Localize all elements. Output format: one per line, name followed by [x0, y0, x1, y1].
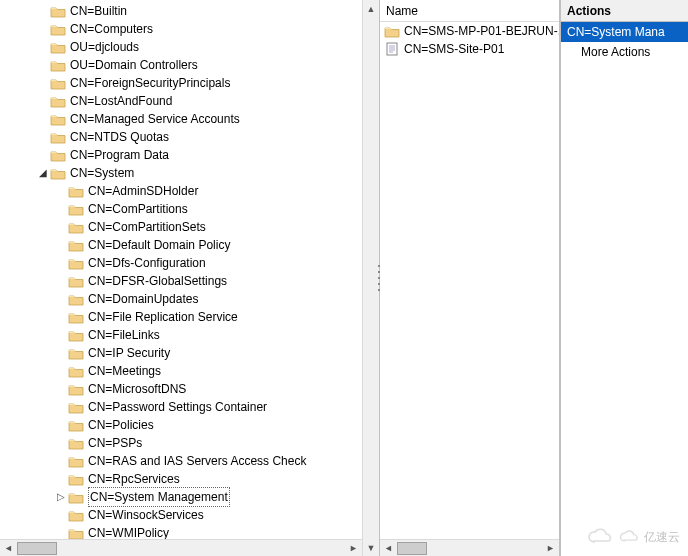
folder-icon: [68, 328, 84, 342]
tree-item-label: CN=System: [70, 164, 134, 182]
folder-icon: [50, 22, 66, 36]
tree-item[interactable]: CN=Password Settings Container: [0, 398, 379, 416]
collapse-toggle-icon[interactable]: ◢: [36, 164, 50, 182]
tree-item-label: CN=PSPs: [88, 434, 142, 452]
actions-title-label: Actions: [567, 4, 611, 18]
scroll-right-icon[interactable]: ►: [542, 540, 559, 557]
tree-item-label: CN=Meetings: [88, 362, 161, 380]
actions-pane: Actions CN=System Mana More Actions: [560, 0, 688, 556]
tree-item[interactable]: CN=WMIPolicy: [0, 524, 379, 539]
tree-item-label: CN=LostAndFound: [70, 92, 172, 110]
folder-icon: [68, 202, 84, 216]
tree-item-label: CN=Builtin: [70, 2, 127, 20]
tree-item[interactable]: CN=Computers: [0, 20, 379, 38]
tree-item[interactable]: CN=MicrosoftDNS: [0, 380, 379, 398]
detail-horizontal-scrollbar[interactable]: ◄ ►: [380, 539, 559, 556]
folder-icon: [50, 112, 66, 126]
tree-item-label: CN=Program Data: [70, 146, 169, 164]
tree-item-label: CN=System Management: [88, 487, 230, 507]
scroll-down-icon[interactable]: ▼: [363, 539, 380, 556]
folder-icon: [50, 148, 66, 162]
tree-item[interactable]: CN=Program Data: [0, 146, 379, 164]
column-header-name[interactable]: Name: [380, 0, 559, 22]
folder-icon: [68, 436, 84, 450]
tree-item-label: CN=RpcServices: [88, 470, 180, 488]
tree-item-label: CN=FileLinks: [88, 326, 160, 344]
folder-icon: [68, 274, 84, 288]
tree-item-label: CN=ForeignSecurityPrincipals: [70, 74, 230, 92]
tree-item-label: CN=Computers: [70, 20, 153, 38]
tree-item-label: CN=WinsockServices: [88, 506, 204, 524]
folder-icon: [68, 256, 84, 270]
list-item-label: CN=SMS-Site-P01: [404, 42, 504, 56]
folder-icon: [68, 472, 84, 486]
expand-toggle-icon[interactable]: ▷: [54, 488, 68, 506]
tree-item[interactable]: CN=LostAndFound: [0, 92, 379, 110]
tree-item[interactable]: CN=IP Security: [0, 344, 379, 362]
tree-item-label: CN=Dfs-Configuration: [88, 254, 206, 272]
tree-item[interactable]: CN=ForeignSecurityPrincipals: [0, 74, 379, 92]
svg-rect-0: [387, 43, 397, 55]
scroll-thumb[interactable]: [17, 542, 57, 555]
tree-item[interactable]: CN=Policies: [0, 416, 379, 434]
actions-context-bar[interactable]: CN=System Mana: [561, 22, 688, 42]
tree-item[interactable]: CN=RpcServices: [0, 470, 379, 488]
list-item[interactable]: CN=SMS-MP-P01-BEJRUN-...: [380, 22, 559, 40]
tree-item[interactable]: OU=Domain Controllers: [0, 56, 379, 74]
folder-icon: [68, 454, 84, 468]
tree-item[interactable]: ◢CN=System: [0, 164, 379, 182]
tree-item[interactable]: CN=FileLinks: [0, 326, 379, 344]
tree-item[interactable]: CN=ComPartitionSets: [0, 218, 379, 236]
tree-item[interactable]: CN=Dfs-Configuration: [0, 254, 379, 272]
scroll-up-icon[interactable]: ▲: [363, 0, 380, 17]
scroll-left-icon[interactable]: ◄: [0, 540, 17, 557]
tree-item[interactable]: CN=NTDS Quotas: [0, 128, 379, 146]
tree-item[interactable]: CN=PSPs: [0, 434, 379, 452]
folder-icon: [68, 526, 84, 539]
folder-icon: [68, 418, 84, 432]
tree-item-label: CN=IP Security: [88, 344, 170, 362]
folder-icon: [68, 220, 84, 234]
folder-icon: [50, 130, 66, 144]
tree-item[interactable]: CN=File Replication Service: [0, 308, 379, 326]
tree-item[interactable]: CN=Meetings: [0, 362, 379, 380]
tree-view[interactable]: CN=BuiltinCN=ComputersOU=djcloudsOU=Doma…: [0, 0, 379, 539]
tree-item-label: CN=RAS and IAS Servers Access Check: [88, 452, 306, 470]
tree-item-label: CN=MicrosoftDNS: [88, 380, 186, 398]
tree-item-label: CN=DFSR-GlobalSettings: [88, 272, 227, 290]
tree-item-label: CN=DomainUpdates: [88, 290, 198, 308]
folder-icon: [68, 400, 84, 414]
tree-item[interactable]: CN=AdminSDHolder: [0, 182, 379, 200]
tree-item-label: CN=Policies: [88, 416, 154, 434]
tree-item[interactable]: CN=RAS and IAS Servers Access Check: [0, 452, 379, 470]
scroll-thumb[interactable]: [397, 542, 427, 555]
horizontal-scrollbar[interactable]: ◄ ► ⋮⋮: [0, 539, 379, 556]
folder-icon: [50, 40, 66, 54]
document-icon: [384, 41, 400, 57]
detail-pane: Name CN=SMS-MP-P01-BEJRUN-...CN=SMS-Site…: [380, 0, 560, 556]
folder-icon: [68, 508, 84, 522]
tree-item-label: CN=File Replication Service: [88, 308, 238, 326]
scroll-left-icon[interactable]: ◄: [380, 540, 397, 557]
tree-item-label: CN=Password Settings Container: [88, 398, 267, 416]
tree-item[interactable]: CN=Builtin: [0, 2, 379, 20]
tree-item[interactable]: OU=djclouds: [0, 38, 379, 56]
list-item[interactable]: CN=SMS-Site-P01: [380, 40, 559, 58]
tree-item[interactable]: CN=Managed Service Accounts: [0, 110, 379, 128]
tree-pane: CN=BuiltinCN=ComputersOU=djcloudsOU=Doma…: [0, 0, 380, 556]
folder-icon: [50, 94, 66, 108]
actions-header: Actions: [561, 0, 688, 22]
folder-icon: [68, 292, 84, 306]
tree-item[interactable]: CN=ComPartitions: [0, 200, 379, 218]
tree-item[interactable]: CN=WinsockServices: [0, 506, 379, 524]
tree-item[interactable]: CN=DomainUpdates: [0, 290, 379, 308]
folder-icon: [50, 4, 66, 18]
tree-item[interactable]: CN=DFSR-GlobalSettings: [0, 272, 379, 290]
folder-icon: [68, 490, 84, 504]
tree-item-label: CN=ComPartitionSets: [88, 218, 206, 236]
tree-item[interactable]: ▷CN=System Management: [0, 488, 379, 506]
tree-item[interactable]: CN=Default Domain Policy: [0, 236, 379, 254]
detail-list[interactable]: CN=SMS-MP-P01-BEJRUN-...CN=SMS-Site-P01: [380, 22, 559, 539]
more-actions-item[interactable]: More Actions: [561, 42, 688, 62]
folder-icon: [68, 184, 84, 198]
